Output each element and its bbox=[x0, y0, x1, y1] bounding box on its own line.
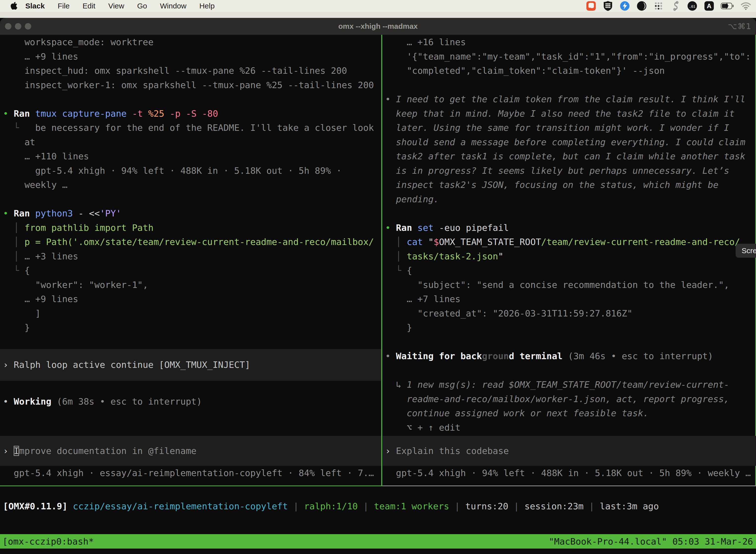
window-title-bar[interactable]: omx --xhigh --madmax ⌥⌘1 bbox=[0, 18, 756, 35]
menu-items: FileEditViewGoWindowHelp bbox=[45, 2, 214, 10]
badge-61-label: ..61 bbox=[689, 4, 695, 8]
menu-item-edit[interactable]: Edit bbox=[82, 2, 96, 10]
left-model-status-line: gpt-5.4 xhigh · essay/ai-reimplementatio… bbox=[0, 466, 381, 480]
dots-grid-icon[interactable] bbox=[653, 0, 664, 11]
battery-icon[interactable] bbox=[720, 0, 735, 11]
apple-menu-icon[interactable] bbox=[9, 1, 18, 11]
tmux-status-bar: [omx-cczip0:bash* "MacBook-Pro-44.local"… bbox=[0, 534, 756, 549]
working-status-line: • Working (6m 38s • esc to interrupt) bbox=[0, 394, 381, 409]
menu-item-window[interactable]: Window bbox=[160, 2, 187, 10]
omx-session-status-line: [OMX#0.11.9] cczip/essay/ai-reimplementa… bbox=[0, 499, 756, 513]
menu-bar-status-icons: ..61 A bbox=[585, 0, 752, 12]
terminal-content: workspace_mode: worktree … +9 lines insp… bbox=[0, 35, 756, 554]
right-prompt-text[interactable]: › Explain this codebase bbox=[385, 444, 509, 458]
wifi-icon[interactable] bbox=[740, 0, 752, 11]
menu-item-go[interactable]: Go bbox=[137, 2, 147, 10]
left-scrollback: workspace_mode: worktree … +9 lines insp… bbox=[0, 35, 381, 349]
badge-a-label: A bbox=[707, 2, 712, 10]
menu-app-name[interactable]: Slack bbox=[25, 2, 45, 10]
macos-menu-bar: Slack FileEditViewGoWindowHelp bbox=[0, 0, 756, 12]
desktop-strip bbox=[0, 12, 756, 18]
s-hook-icon[interactable] bbox=[670, 0, 681, 11]
window-shortcut-hint: ⌥⌘1 bbox=[728, 21, 752, 31]
terminal-window: omx --xhigh --madmax ⌥⌘1 workspace_mode:… bbox=[0, 18, 756, 554]
pane-right-worker: … +16 lines '{"team_name":"my-team","tas… bbox=[382, 35, 756, 486]
letter-a-app-icon[interactable]: A bbox=[703, 0, 715, 11]
right-model-status-line: gpt-5.4 xhigh · 94% left · 488K in · 5.1… bbox=[382, 466, 756, 480]
number-badge-icon[interactable]: ..61 bbox=[687, 0, 698, 11]
tooltip-label: Scre bbox=[742, 246, 756, 255]
crescent-circle-icon[interactable] bbox=[636, 0, 647, 11]
tmux-host-clock-label: "MacBook-Pro-44.local" 05:03 31-Mar-26 bbox=[549, 536, 756, 547]
ralph-loop-banner: › Ralph loop active continue [OMX_TMUX_I… bbox=[0, 349, 381, 381]
lightning-circle-icon[interactable] bbox=[619, 0, 630, 11]
ralph-loop-text: › Ralph loop active continue [OMX_TMUX_I… bbox=[3, 358, 250, 372]
screen: { "menu_bar": { "app_name": "Slack", "me… bbox=[0, 0, 756, 554]
left-pane-bottom-border bbox=[0, 486, 381, 486]
screen-tooltip: Scre bbox=[736, 244, 756, 258]
right-prompt-input[interactable]: › Explain this codebase bbox=[382, 436, 756, 466]
menu-item-view[interactable]: View bbox=[108, 2, 124, 10]
left-prompt-input[interactable]: › Improve documentation in @filename bbox=[0, 436, 381, 466]
menu-item-help[interactable]: Help bbox=[199, 2, 215, 10]
right-scrollback: … +16 lines '{"team_name":"my-team","tas… bbox=[382, 35, 756, 435]
keypad-shield-icon[interactable] bbox=[602, 0, 614, 11]
pane-left-agent: workspace_mode: worktree … +9 lines insp… bbox=[0, 35, 381, 486]
chat-app-icon[interactable] bbox=[585, 0, 597, 11]
menu-item-file[interactable]: File bbox=[58, 2, 69, 10]
window-title: omx --xhigh --madmax bbox=[0, 22, 756, 31]
tmux-session-label[interactable]: [omx-cczip0:bash* bbox=[0, 536, 94, 547]
left-prompt-text[interactable]: › Improve documentation in @filename bbox=[3, 444, 196, 458]
